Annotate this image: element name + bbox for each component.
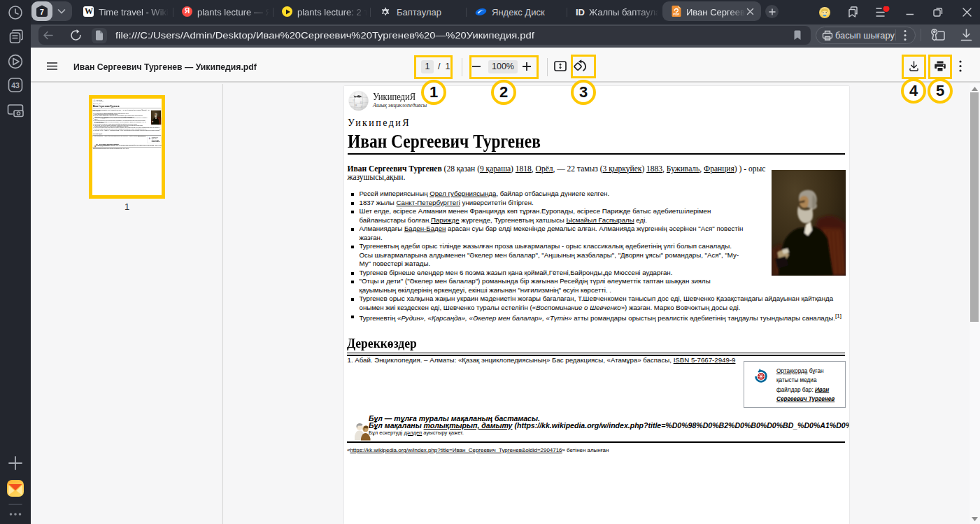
svg-text:11: 11 xyxy=(353,99,355,102)
svg-text:7: 7 xyxy=(40,8,44,16)
svg-text:PDF: PDF xyxy=(674,13,680,16)
svg-text:13: 13 xyxy=(360,101,363,104)
svg-text:43: 43 xyxy=(11,81,20,90)
svg-text:7: 7 xyxy=(361,106,362,108)
svg-text:18: 18 xyxy=(355,104,357,107)
